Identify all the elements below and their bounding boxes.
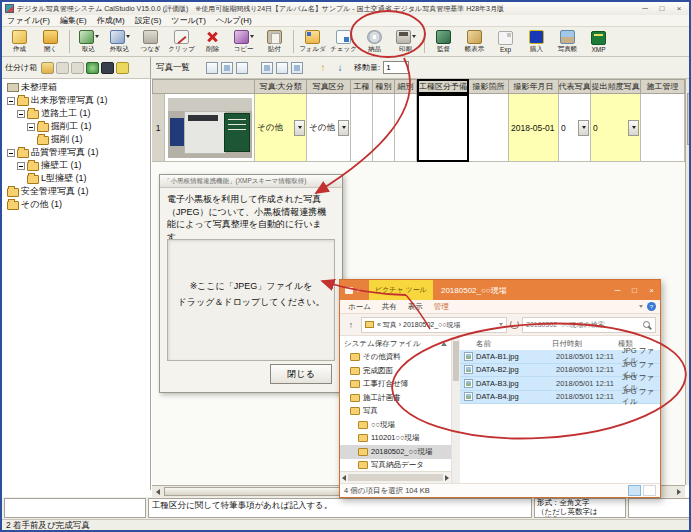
scroll-left-icon[interactable] bbox=[152, 487, 164, 497]
deliver-button[interactable]: 納品 bbox=[359, 27, 390, 56]
delete-box-icon[interactable] bbox=[71, 62, 84, 74]
bottom-empty-field-2[interactable] bbox=[628, 498, 691, 518]
header-kubun-yobi[interactable]: 工種区分予備 bbox=[417, 79, 469, 94]
tree-item-kussaku[interactable]: 掘削 (1) bbox=[5, 133, 150, 146]
quick-access-icon[interactable] bbox=[345, 287, 353, 294]
header-photo-kubun[interactable]: 写真区分 bbox=[307, 79, 351, 94]
expand-ribbon-icon[interactable] bbox=[639, 305, 643, 308]
dialog-close-button[interactable]: 閉じる bbox=[270, 364, 332, 384]
supervisor-button[interactable]: 監督 bbox=[428, 27, 459, 56]
remarks-field[interactable]: 工種区分に関して特筆事項があれば記入する。 bbox=[148, 498, 532, 518]
header-kousyu[interactable]: 工種 bbox=[351, 79, 373, 94]
photo-cell[interactable] bbox=[165, 94, 255, 162]
representative-cell[interactable]: 0 bbox=[559, 94, 591, 162]
photo-album-button[interactable]: 写真帳 bbox=[552, 27, 583, 56]
copy-button[interactable]: コピー bbox=[228, 27, 259, 56]
breadcrumb-dropdown-icon[interactable] bbox=[499, 323, 503, 326]
header-representative[interactable]: 代表写真 bbox=[559, 79, 591, 94]
scroll-left-icon[interactable] bbox=[342, 475, 346, 481]
export-button[interactable]: Exp bbox=[490, 27, 521, 56]
collapse-icon[interactable] bbox=[27, 123, 35, 131]
tab-view[interactable]: 表示 bbox=[408, 302, 423, 312]
location-cell[interactable] bbox=[469, 94, 509, 162]
jpeg-dropzone[interactable]: ※ここに「JPEG」ファイルを ドラッグ＆ドロップしてください。 bbox=[167, 239, 335, 361]
tree-item-lgata[interactable]: L型擁壁 (1) bbox=[5, 172, 150, 185]
search-binoculars-icon[interactable] bbox=[101, 62, 114, 74]
collapse-icon[interactable] bbox=[17, 162, 25, 170]
file-row-b4[interactable]: DATA-B4.jpg2018/05/01 12:11JPG ファイル bbox=[460, 391, 660, 405]
export-list-icon[interactable] bbox=[116, 62, 129, 74]
maximize-button[interactable]: □ bbox=[655, 4, 669, 13]
photo-thumbnail[interactable] bbox=[168, 98, 252, 158]
import-button[interactable]: 取込 bbox=[73, 27, 104, 56]
nav-item-delivery-data[interactable]: 写真納品データ bbox=[340, 459, 451, 473]
nav-item-20180502-genba[interactable]: 20180502_○○現場 bbox=[340, 445, 451, 459]
sort-order-icon[interactable] bbox=[236, 62, 248, 74]
help-icon[interactable]: ? bbox=[647, 302, 656, 311]
breadcrumb[interactable]: « 写真 › 20180502_○○現場 bbox=[361, 317, 507, 333]
scroll-right-icon[interactable] bbox=[673, 487, 685, 497]
grid-view-icon[interactable] bbox=[261, 62, 273, 74]
column-date[interactable]: 日付時刻 bbox=[552, 339, 618, 349]
nav-item-genba[interactable]: ○○現場 bbox=[340, 418, 451, 432]
single-view-icon[interactable] bbox=[276, 62, 288, 74]
purchase-button[interactable]: 購入 bbox=[521, 27, 552, 56]
tab-home[interactable]: ホーム bbox=[348, 302, 371, 312]
nav-item-110201-genba[interactable]: 110201○○現場 bbox=[340, 432, 451, 446]
nav-item-drawings[interactable]: 完成図面 bbox=[340, 364, 451, 378]
photo-list-tab[interactable]: 写真一覧 bbox=[156, 62, 190, 74]
large-icons-view-icon[interactable] bbox=[643, 485, 656, 496]
tree-item-anzen[interactable]: 安全管理写真 (1) bbox=[5, 185, 150, 198]
scroll-right-icon[interactable] bbox=[445, 475, 449, 481]
menu-help[interactable]: ヘルプ(H) bbox=[216, 15, 252, 26]
tree-item-douro[interactable]: 道路土工 (1) bbox=[5, 107, 150, 120]
details-view-icon[interactable] bbox=[628, 485, 641, 496]
header-syubetsu[interactable]: 種別 bbox=[373, 79, 395, 94]
refresh-icon[interactable] bbox=[510, 320, 519, 329]
major-class-cell[interactable]: その他 bbox=[255, 94, 307, 162]
menu-tools[interactable]: ツール(T) bbox=[171, 15, 206, 26]
header-location[interactable]: 撮影箇所 bbox=[469, 79, 509, 94]
menu-edit[interactable]: 編集(E) bbox=[60, 15, 87, 26]
saibetsu-cell[interactable] bbox=[395, 94, 417, 162]
paste-button[interactable]: 貼付 bbox=[259, 27, 290, 56]
menu-file[interactable]: ファイル(F) bbox=[7, 15, 50, 26]
syubetsu-cell[interactable] bbox=[373, 94, 395, 162]
kubun-yobi-cell[interactable] bbox=[417, 94, 469, 162]
nav-item-other-docs[interactable]: その他資料 bbox=[340, 351, 451, 365]
move-up-icon[interactable]: ↑ bbox=[316, 61, 330, 75]
explorer-minimize-button[interactable]: ─ bbox=[609, 280, 626, 300]
tree-item-dekigata[interactable]: 出来形管理写真 (1) bbox=[5, 94, 150, 107]
explorer-maximize-button[interactable]: □ bbox=[626, 280, 643, 300]
construction-mgmt-cell[interactable] bbox=[641, 94, 685, 162]
picture-tools-tab[interactable]: ピクチャ ツール bbox=[369, 280, 433, 300]
tree-item-hinshitsu[interactable]: 品質管理写真 (1) bbox=[5, 146, 150, 159]
explorer-close-button[interactable]: × bbox=[643, 280, 660, 300]
add-box-icon[interactable] bbox=[41, 62, 54, 74]
frequency-cell[interactable]: 0 bbox=[591, 94, 641, 162]
dropdown-button[interactable] bbox=[338, 120, 349, 136]
print-button[interactable]: 印刷 bbox=[390, 27, 421, 56]
folder-button[interactable]: フォルダ bbox=[297, 27, 328, 56]
check-button[interactable]: チェック bbox=[328, 27, 359, 56]
xmp-button[interactable]: XMP bbox=[583, 27, 614, 56]
column-name[interactable]: 名前 bbox=[460, 339, 552, 349]
close-button[interactable]: × bbox=[672, 4, 686, 13]
detail-view-icon[interactable] bbox=[221, 62, 233, 74]
minimize-button[interactable]: ─ bbox=[638, 4, 652, 13]
move-down-icon[interactable]: ↓ bbox=[333, 61, 347, 75]
menu-settings[interactable]: 設定(S) bbox=[135, 15, 162, 26]
search-input[interactable] bbox=[526, 321, 643, 328]
tree-item-unsorted[interactable]: 未整理箱 bbox=[5, 81, 150, 94]
vertical-scrollbar-thumb[interactable] bbox=[687, 93, 691, 145]
header-saibetsu[interactable]: 細別 bbox=[395, 79, 417, 94]
tab-share[interactable]: 共有 bbox=[382, 302, 397, 312]
create-button[interactable]: 作成 bbox=[4, 27, 35, 56]
nav-item-plan-book[interactable]: 施工計画書 bbox=[340, 391, 451, 405]
header-frequency[interactable]: 提出頻度写真 bbox=[591, 79, 641, 94]
menu-create[interactable]: 作成(M) bbox=[97, 15, 125, 26]
shoot-date-cell[interactable]: 2018-05-01 bbox=[509, 94, 559, 162]
nav-horizontal-scrollbar[interactable] bbox=[340, 471, 451, 483]
external-import-button[interactable]: 外取込 bbox=[104, 27, 135, 56]
tab-manage[interactable]: 管理 bbox=[434, 302, 449, 312]
